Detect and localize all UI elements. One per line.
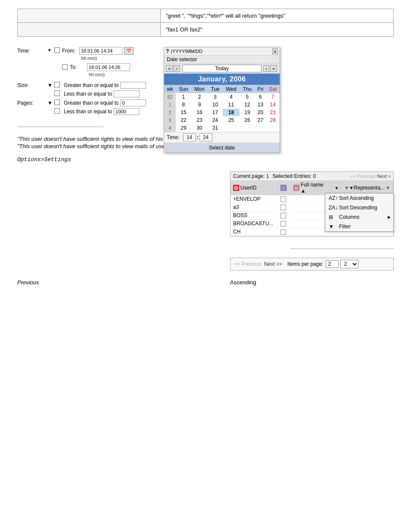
grid-cell-userid-3: BOSS: [230, 212, 278, 219]
pages-gte-label: Greater than or equal to: [64, 100, 118, 106]
row-checkbox-5[interactable]: [280, 229, 286, 235]
pages-arrow[interactable]: ▼: [47, 100, 54, 106]
filter-label: Filter: [339, 224, 351, 230]
day-cell[interactable]: 3: [208, 93, 222, 101]
calendar-icon[interactable]: 📅: [124, 47, 134, 55]
date-popup-close-button[interactable]: x: [272, 48, 278, 54]
time-dropdown-arrow[interactable]: ▼: [47, 47, 54, 53]
previous-text: Previous: [17, 279, 230, 286]
size-lte-input[interactable]: [114, 90, 140, 97]
grid-cell-check-5[interactable]: [278, 228, 291, 236]
fri-header: Fri: [255, 85, 266, 93]
pagination-next-button[interactable]: Next >>: [264, 261, 282, 267]
day-cell[interactable]: 26: [240, 116, 255, 124]
day-cell[interactable]: 2: [191, 93, 208, 101]
row-checkbox-3[interactable]: [280, 213, 286, 218]
day-cell[interactable]: 29: [176, 124, 191, 132]
represent-filter-funnel[interactable]: ▼: [349, 185, 354, 190]
pages-lte-input[interactable]: [114, 108, 140, 115]
size-lte-checkbox[interactable]: [54, 90, 60, 96]
day-cell[interactable]: 9: [191, 101, 208, 109]
day-cell[interactable]: 17: [208, 109, 222, 116]
day-cell[interactable]: 6: [255, 93, 266, 101]
grid-cell-check-3[interactable]: [278, 212, 291, 219]
day-cell[interactable]: 22: [176, 116, 191, 124]
table-cell-left-1: [18, 9, 161, 23]
day-cell[interactable]: 15: [176, 109, 191, 116]
nav-next-next-button[interactable]: »: [270, 65, 277, 72]
nav-next-button[interactable]: ›: [263, 65, 269, 72]
day-cell-sat[interactable]: 14: [266, 101, 280, 109]
columns-menu-item[interactable]: ⊞ Columns: [325, 212, 393, 222]
options-settings-text: Options>Settings: [17, 156, 394, 163]
calendar-week-row: 52 1 2 3 4 5 6 7: [164, 93, 280, 101]
today-button[interactable]: Today: [182, 65, 262, 72]
from-date-input[interactable]: [79, 47, 122, 55]
columns-label: Columns: [339, 214, 359, 220]
day-cell[interactable]: 31: [208, 124, 222, 132]
size-arrow[interactable]: ▼: [47, 82, 54, 88]
size-gte-input[interactable]: [120, 82, 146, 89]
day-cell[interactable]: 23: [191, 116, 208, 124]
grid-prev-button[interactable]: << Previous: [350, 174, 375, 179]
row-checkbox-2[interactable]: [280, 205, 286, 210]
day-cell[interactable]: 20: [255, 109, 266, 116]
time-label: Time:: [17, 47, 47, 54]
grid-next-button[interactable]: Next >: [377, 174, 391, 179]
to-date-input[interactable]: [87, 63, 130, 71]
filter-menu-item[interactable]: ▼ Filter: [325, 222, 393, 231]
represent-filter-icon[interactable]: ▼: [344, 185, 349, 190]
day-cell[interactable]: 13: [255, 101, 266, 109]
day-cell[interactable]: 12: [240, 101, 255, 109]
day-cell[interactable]: 25: [223, 116, 240, 124]
day-cell[interactable]: 30: [191, 124, 208, 132]
day-cell[interactable]: 4: [223, 93, 240, 101]
wk-num: 1: [164, 101, 176, 109]
calendar-week-row: 1 8 9 10 11 12 13 14: [164, 101, 280, 109]
select-date-button[interactable]: Select date: [164, 143, 280, 152]
nav-prev-prev-button[interactable]: «: [166, 65, 173, 72]
items-per-page-select[interactable]: 2 5 10 20 50: [340, 260, 358, 268]
pages-gte-checkbox[interactable]: [54, 100, 60, 105]
row-checkbox-4[interactable]: [280, 221, 286, 227]
day-cell[interactable]: 1: [176, 93, 191, 101]
table-cell-right-1: "greet ", "*tings","*etin*" will all ret…: [160, 9, 393, 23]
represent-col-label: Representa...: [354, 185, 385, 191]
pages-lte-checkbox[interactable]: [54, 108, 60, 114]
nav-prev-button[interactable]: ‹: [174, 65, 180, 72]
grid-cell-check-2[interactable]: [278, 203, 291, 211]
day-cell[interactable]: 5: [240, 93, 255, 101]
grid-cell-check-4[interactable]: [278, 220, 291, 227]
userid-column-header: U UserID: [230, 181, 278, 195]
checkbox-column-header: ✓: [278, 181, 291, 195]
sort-descending-menu-item[interactable]: ZA↓ Sort Descending: [325, 203, 393, 212]
day-cell[interactable]: 16: [191, 109, 208, 116]
represent-col-filter-icon[interactable]: ▼: [386, 185, 390, 190]
time-hour-input[interactable]: [183, 134, 196, 141]
selected-label: Selected Entries:: [272, 173, 311, 179]
day-cell[interactable]: 24: [208, 116, 222, 124]
size-gte-checkbox[interactable]: [54, 82, 60, 87]
items-per-page-input[interactable]: [326, 260, 339, 268]
time-from-checkbox[interactable]: [54, 47, 60, 53]
day-cell[interactable]: 8: [176, 101, 191, 109]
time-min-input[interactable]: [199, 134, 212, 141]
checkbox-col-icon: ✓: [280, 185, 286, 191]
thu-header: Thu: [240, 85, 255, 93]
day-cell[interactable]: 27: [255, 116, 266, 124]
day-cell-selected[interactable]: 18: [223, 109, 240, 116]
time-to-checkbox[interactable]: [62, 64, 68, 70]
day-cell[interactable]: 10: [208, 101, 222, 109]
day-cell-sat[interactable]: 7: [266, 93, 280, 101]
sort-ascending-menu-item[interactable]: AZ↑ Sort Ascending: [325, 193, 393, 203]
table-cell-left-2: [18, 23, 161, 37]
row-checkbox-1[interactable]: [280, 196, 286, 202]
grid-cell-check-1[interactable]: [278, 195, 291, 203]
day-cell[interactable]: 19: [240, 109, 255, 116]
day-cell-sat[interactable]: 21: [266, 109, 280, 116]
fullname-dropdown-arrow-icon[interactable]: ▼: [334, 186, 339, 190]
pages-gte-input[interactable]: [120, 100, 146, 106]
day-cell[interactable]: 11: [223, 101, 240, 109]
pagination-prev-button[interactable]: << Previous: [234, 261, 262, 267]
day-cell-sat[interactable]: 28: [266, 116, 280, 124]
